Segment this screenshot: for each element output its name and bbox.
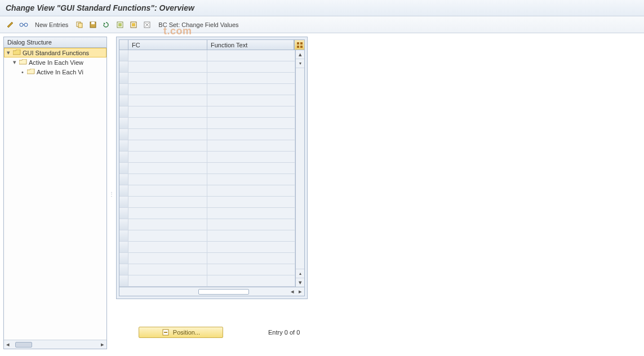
tree-toggle-icon[interactable]: ▾: [6, 49, 11, 56]
dialog-structure-tree[interactable]: ▾ GUI Standard Functions ▾ Active In Eac…: [4, 48, 106, 340]
cell-function-text[interactable]: [207, 230, 295, 241]
row-selector[interactable]: [119, 106, 128, 117]
tree-node-child[interactable]: • Active In Each Vi: [4, 67, 106, 77]
cell-fc[interactable]: [128, 264, 207, 275]
row-selector[interactable]: [119, 208, 128, 219]
cell-function-text[interactable]: [207, 84, 295, 95]
scrollbar-thumb[interactable]: [198, 289, 249, 295]
row-selector[interactable]: [119, 174, 128, 185]
undo-icon[interactable]: [101, 19, 112, 30]
row-selector[interactable]: [119, 253, 128, 264]
cell-fc[interactable]: [128, 163, 207, 173]
scroll-down-step-icon[interactable]: ▴: [296, 269, 304, 278]
cell-function-text[interactable]: [207, 219, 295, 230]
table-row[interactable]: [119, 275, 295, 287]
cell-function-text[interactable]: [207, 264, 295, 275]
row-selector[interactable]: [119, 230, 128, 241]
table-row[interactable]: [119, 185, 295, 197]
row-selector[interactable]: [119, 275, 128, 286]
select-block-icon[interactable]: [128, 19, 139, 30]
cell-fc[interactable]: [128, 152, 207, 162]
cell-function-text[interactable]: [207, 95, 295, 106]
cell-fc[interactable]: [128, 50, 207, 61]
table-row[interactable]: [119, 84, 295, 95]
cell-fc[interactable]: [128, 253, 207, 264]
tree-node-root[interactable]: ▾ GUI Standard Functions: [4, 48, 106, 57]
scroll-up-step-icon[interactable]: ▾: [296, 59, 304, 68]
cell-fc[interactable]: [128, 219, 207, 230]
cell-fc[interactable]: [128, 84, 207, 95]
grid-config-icon[interactable]: [294, 40, 304, 50]
table-row[interactable]: [119, 230, 295, 242]
cell-function-text[interactable]: [207, 242, 295, 252]
cell-function-text[interactable]: [207, 152, 295, 162]
cell-fc[interactable]: [128, 106, 207, 117]
table-row[interactable]: [119, 264, 295, 275]
row-selector[interactable]: [119, 185, 128, 196]
select-all-icon[interactable]: [114, 19, 126, 30]
scroll-right-icon[interactable]: ▸: [99, 341, 106, 348]
cell-function-text[interactable]: [207, 208, 295, 219]
cell-function-text[interactable]: [207, 118, 295, 128]
data-grid[interactable]: FC Function Text ▴ ▾ ▴ ▾: [119, 39, 305, 296]
table-row[interactable]: [119, 163, 295, 174]
cell-fc[interactable]: [128, 61, 207, 72]
scroll-up-icon[interactable]: ▴: [296, 50, 304, 59]
cell-fc[interactable]: [128, 140, 207, 151]
toggle-edit-icon[interactable]: [5, 19, 16, 30]
cell-fc[interactable]: [128, 73, 207, 83]
row-selector[interactable]: [119, 95, 128, 106]
table-row[interactable]: [119, 242, 295, 253]
new-entries-button[interactable]: New Entries: [32, 21, 72, 28]
row-selector[interactable]: [119, 118, 128, 128]
table-row[interactable]: [119, 197, 295, 208]
cell-function-text[interactable]: [207, 106, 295, 117]
table-row[interactable]: [119, 140, 295, 152]
row-selector[interactable]: [119, 140, 128, 151]
cell-fc[interactable]: [128, 129, 207, 140]
cell-function-text[interactable]: [207, 73, 295, 83]
cell-function-text[interactable]: [207, 253, 295, 264]
table-row[interactable]: [119, 73, 295, 84]
cell-function-text[interactable]: [207, 174, 295, 185]
cell-function-text[interactable]: [207, 140, 295, 151]
scroll-left-icon[interactable]: ◂: [288, 288, 296, 295]
cell-fc[interactable]: [128, 95, 207, 106]
scroll-left-icon[interactable]: ◂: [4, 341, 12, 348]
row-selector[interactable]: [119, 152, 128, 162]
grid-hscrollbar[interactable]: ◂ ▸: [119, 287, 304, 296]
row-selector[interactable]: [119, 197, 128, 207]
cell-function-text[interactable]: [207, 275, 295, 286]
tree-hscrollbar[interactable]: ◂ ▸: [4, 340, 106, 349]
row-selector[interactable]: [119, 50, 128, 61]
grid-select-all[interactable]: [119, 40, 128, 50]
cell-function-text[interactable]: [207, 61, 295, 72]
scroll-right-icon[interactable]: ▸: [296, 288, 304, 295]
cell-fc[interactable]: [128, 197, 207, 207]
scrollbar-thumb[interactable]: [15, 342, 32, 348]
glasses-icon[interactable]: [18, 19, 29, 30]
tree-node-child[interactable]: ▾ Active In Each View: [4, 57, 106, 67]
cell-fc[interactable]: [128, 230, 207, 241]
grid-vscrollbar[interactable]: ▴ ▾ ▴ ▾: [295, 50, 304, 287]
cell-fc[interactable]: [128, 174, 207, 185]
table-row[interactable]: [119, 253, 295, 264]
cell-function-text[interactable]: [207, 129, 295, 140]
cell-fc[interactable]: [128, 242, 207, 252]
row-selector[interactable]: [119, 73, 128, 83]
position-button[interactable]: Position...: [139, 327, 223, 338]
table-row[interactable]: [119, 129, 295, 140]
table-row[interactable]: [119, 106, 295, 118]
save-icon[interactable]: [87, 19, 99, 30]
grid-col-function-text[interactable]: Function Text: [207, 40, 294, 50]
row-selector[interactable]: [119, 61, 128, 72]
table-row[interactable]: [119, 95, 295, 106]
scroll-down-icon[interactable]: ▾: [296, 278, 304, 287]
table-row[interactable]: [119, 174, 295, 185]
cell-function-text[interactable]: [207, 197, 295, 207]
copy-icon[interactable]: [74, 19, 85, 30]
table-row[interactable]: [119, 219, 295, 230]
row-selector[interactable]: [119, 219, 128, 230]
cell-function-text[interactable]: [207, 163, 295, 173]
row-selector[interactable]: [119, 163, 128, 173]
